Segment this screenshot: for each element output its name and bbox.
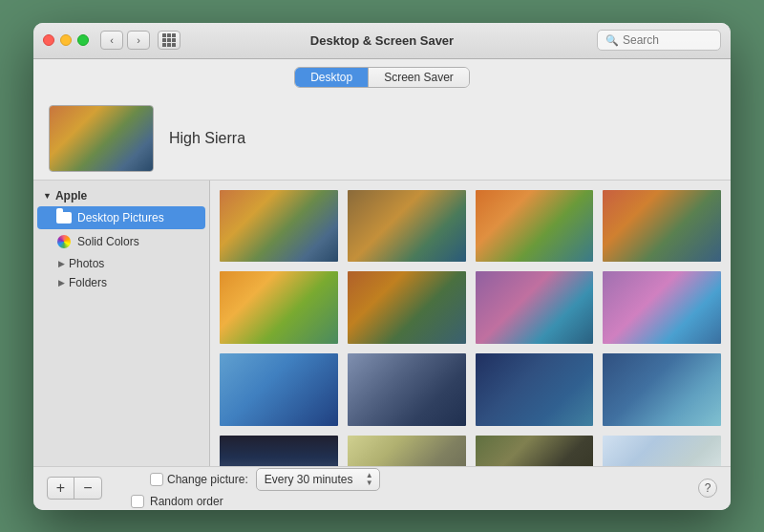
grid-thumb-11[interactable] [474,351,596,428]
maximize-button[interactable] [77,34,89,46]
grid-thumb-15[interactable] [474,434,596,465]
folder-icon [56,210,72,225]
window-title: Desktop & Screen Saver [310,33,454,48]
grid-icon [162,33,176,47]
search-input[interactable] [623,33,712,47]
grid-thumb-8[interactable] [601,269,723,346]
bottom-bar: + − Change picture: Every 30 minutes ▲ ▼ [33,466,731,510]
solid-colors-label: Solid Colors [77,235,139,248]
tab-screensaver[interactable]: Screen Saver [369,68,469,87]
grid-thumb-2[interactable] [346,188,468,265]
sidebar-item-desktop-pictures[interactable]: Desktop Pictures [37,206,205,229]
grid-view-button[interactable] [158,31,180,50]
grid-thumb-3[interactable] [474,188,596,265]
grid-thumb-5[interactable] [218,269,340,346]
tab-bar: Desktop Screen Saver [33,59,731,94]
photos-label: Photos [69,257,104,270]
random-order-checkbox[interactable] [131,495,144,508]
sidebar-item-folders[interactable]: ▶ Folders [33,273,209,292]
grid-thumb-4[interactable] [601,188,723,265]
search-icon: 🔍 [605,34,619,47]
grid-thumb-9[interactable] [218,351,340,428]
help-button[interactable]: ? [698,479,717,498]
grid-thumb-1[interactable] [218,188,340,265]
tab-desktop[interactable]: Desktop [295,68,368,87]
grid-thumb-12[interactable] [601,351,723,428]
remove-button[interactable]: − [74,478,101,499]
nav-buttons: ‹ › [100,31,150,50]
expand-triangle-icon-2: ▶ [58,278,65,287]
desktop-screensaver-window: ‹ › Desktop & Screen Saver 🔍 Desktop Scr… [33,23,731,510]
grid-thumb-14[interactable] [346,434,468,465]
random-order-wrapper: Random order [131,495,380,508]
grid-thumb-13[interactable] [218,434,340,465]
main-content: High Sierra ▼ Apple Desktop Pictures [33,94,731,466]
triangle-icon: ▼ [43,191,52,201]
add-button[interactable]: + [48,478,74,499]
sidebar-item-solid-colors[interactable]: Solid Colors [37,230,205,253]
preview-name: High Sierra [169,130,245,147]
close-button[interactable] [43,34,54,46]
preview-image [50,106,153,171]
sidebar: ▼ Apple Desktop Pictures Solid Colors [33,181,210,466]
body-split: ▼ Apple Desktop Pictures Solid Colors [33,180,731,466]
add-remove-buttons: + − [47,477,102,500]
grid-area[interactable] [210,181,731,466]
image-grid [218,188,723,466]
tab-segment: Desktop Screen Saver [294,67,470,88]
preview-thumbnail [49,105,154,172]
forward-button[interactable]: › [127,31,150,50]
colors-icon [56,234,72,249]
sidebar-item-photos[interactable]: ▶ Photos [33,254,209,273]
grid-thumb-7[interactable] [474,269,596,346]
desktop-pictures-label: Desktop Pictures [77,211,164,224]
interval-label: Every 30 minutes [265,473,353,486]
change-picture-checkbox[interactable] [150,473,163,486]
titlebar: ‹ › Desktop & Screen Saver 🔍 [33,23,731,59]
sidebar-apple-section[interactable]: ▼ Apple [33,186,209,205]
folders-label: Folders [69,276,107,289]
preview-area: High Sierra [33,94,731,180]
grid-thumb-16[interactable] [601,434,723,465]
search-box[interactable]: 🔍 [597,30,721,51]
change-picture-area: Change picture: Every 30 minutes ▲ ▼ [150,468,380,491]
interval-dropdown[interactable]: Every 30 minutes ▲ ▼ [256,468,380,491]
back-button[interactable]: ‹ [100,31,123,50]
change-picture-label: Change picture: [167,473,248,486]
traffic-lights [43,34,89,46]
apple-section-label: Apple [55,189,87,202]
grid-thumb-10[interactable] [346,351,468,428]
expand-triangle-icon: ▶ [58,259,65,268]
bottom-options: Change picture: Every 30 minutes ▲ ▼ Ran… [131,468,380,508]
minimize-button[interactable] [60,34,72,46]
change-picture-checkbox-wrapper: Change picture: [150,473,248,486]
dropdown-arrows-icon: ▲ ▼ [366,472,373,487]
random-order-label: Random order [150,495,223,508]
grid-thumb-6[interactable] [346,269,468,346]
